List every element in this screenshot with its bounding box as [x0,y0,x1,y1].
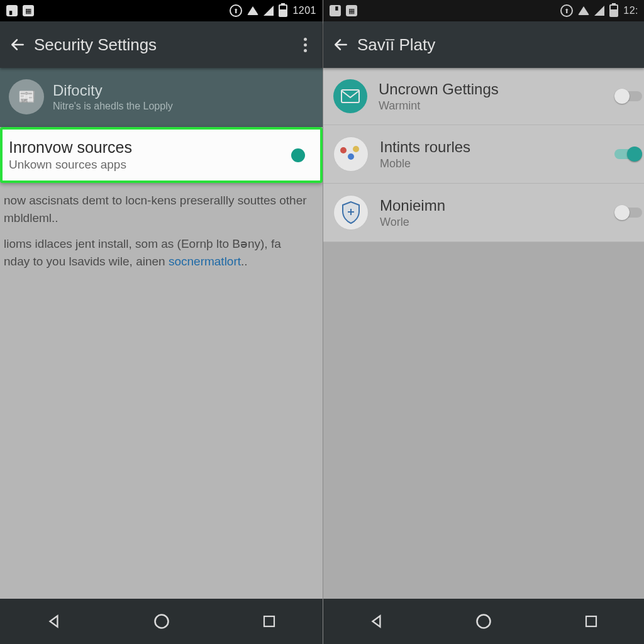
battery-icon [609,4,618,17]
wifi-icon [578,6,589,15]
svg-rect-4 [586,616,596,626]
back-button[interactable] [328,32,353,57]
description-paragraph-2: lioms idlaces jent install, som as (Eorn… [0,226,323,270]
settings-body: 📰 Difocity Nitre's is ahedls the Lopply … [0,68,323,270]
row-monieimn[interactable]: Monieimn Worle [323,184,644,242]
nav-recents-button[interactable] [257,609,282,634]
row-title: Inronvow sources [9,138,282,157]
toggle-switch[interactable] [614,147,642,162]
row-uncrown-gettings[interactable]: Uncrown Gettings Warmint [323,68,644,125]
status-clock: 12: [623,5,638,16]
page-title: Security Settings [30,35,292,55]
status-left: ▝ ▦ [330,5,357,16]
row-subtitle: Moble [380,157,635,170]
section-difocity[interactable]: 📰 Difocity Nitre's is ahedls the Lopply [0,68,323,127]
cast-icon: ⬆ [230,4,242,17]
calendar-icon: ▦ [23,5,34,16]
svg-point-0 [155,615,168,628]
overflow-menu-button[interactable] [292,38,318,52]
page-title: Savīī Platy [353,35,640,55]
learn-more-link[interactable]: socnermatlort [169,255,241,268]
section-title: Difocity [53,82,173,99]
nav-bar [323,599,644,644]
row-title: Intints rourles [380,138,635,156]
row-title: Uncrown Gettings [379,80,635,98]
settings-body: Uncrown Gettings Warmint Intints rourles… [323,68,644,242]
svg-point-3 [477,615,491,628]
section-subtitle: Nitre's is ahedls the Lopply [53,101,173,112]
cast-icon: ⬆ [560,4,573,17]
triangle-back-icon [46,613,62,630]
status-bar: ▝ ▦ ⬆ 12: [323,0,644,21]
back-button[interactable] [5,32,30,57]
triangle-back-icon [369,613,385,630]
svg-rect-2 [341,90,359,103]
cell-signal-icon [264,6,274,16]
description-paragraph-1: now ascisnats demt to locn-kens preseral… [0,183,323,226]
newspaper-icon: 📰 [9,79,44,114]
arrow-back-icon [9,36,26,53]
nav-recents-button[interactable] [579,609,604,634]
status-right: ⬆ 12: [560,4,638,17]
circle-home-icon [475,613,492,630]
nav-home-button[interactable] [471,609,496,634]
phone-left: ▖ ▦ ⬆ 1201 Security Settings [0,0,323,644]
status-clock: 1201 [292,5,316,16]
battery-icon [279,4,287,17]
toggle-indicator-icon[interactable] [291,148,305,162]
status-right: ⬆ 1201 [230,4,316,17]
svg-rect-1 [264,616,274,626]
cell-signal-icon [594,6,604,16]
row-title: Monieimn [380,197,635,214]
row-subtitle: Unkown sources apps [9,158,282,172]
square-recents-icon [262,614,277,629]
nav-bar [0,599,323,644]
calendar-icon: ▦ [346,5,357,16]
apps-icon [333,136,369,172]
toggle-switch[interactable] [614,89,642,104]
status-bar: ▖ ▦ ⬆ 1201 [0,0,323,21]
arrow-back-icon [333,36,349,53]
mail-icon [333,79,367,113]
shield-icon [333,195,369,230]
square-recents-icon [584,614,599,629]
nav-back-button[interactable] [364,609,389,634]
para2-text-b: .. [241,255,248,268]
row-intints-rourles[interactable]: Intints rourles Moble [323,125,644,184]
circle-home-icon [153,613,170,630]
nav-back-button[interactable] [42,609,67,634]
notification-icon: ▝ [330,5,341,16]
row-subtitle: Warmint [379,99,635,113]
nav-home-button[interactable] [149,609,174,634]
app-bar: Savīī Platy [323,21,644,68]
notification-icon: ▖ [6,5,18,16]
wifi-icon [247,6,258,15]
phone-right: ▝ ▦ ⬆ 12: Savīī Platy [323,0,644,644]
toggle-switch[interactable] [614,205,642,220]
row-subtitle: Worle [380,216,635,229]
status-left: ▖ ▦ [6,5,34,16]
unknown-sources-row[interactable]: Inronvow sources Unkown sources apps [0,127,323,183]
app-bar: Security Settings [0,21,323,68]
